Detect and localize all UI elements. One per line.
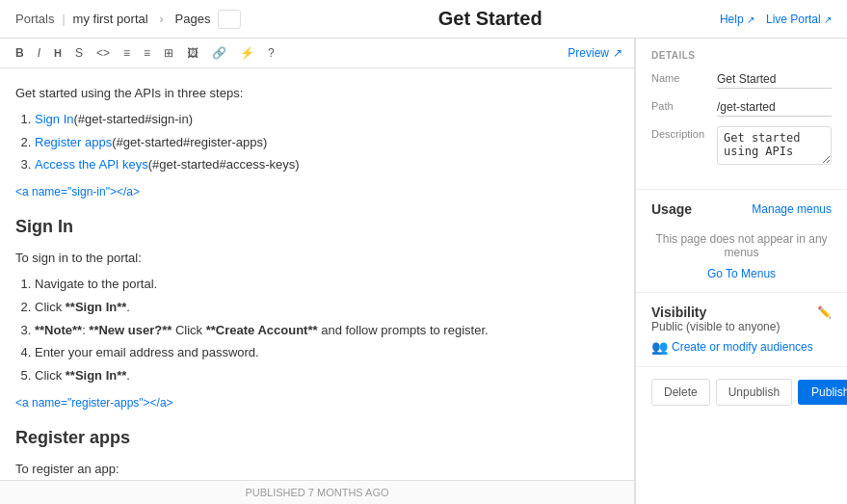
step-2-link[interactable]: Register apps [35,135,112,149]
steps-list: Sign In(#get-started#sign-in) Register a… [35,110,619,175]
portals-link[interactable]: Portals [15,12,54,26]
visibility-value: Public (visible to anyone) [651,320,832,333]
path-value [717,98,832,117]
toolbar-buttons: B I H S <> ≡ ≡ ⊞ 🖼 🔗 ⚡ ? [12,44,278,62]
usage-section: Usage Manage menus This page does not ap… [636,190,847,293]
signin-intro: To sign in to the portal: [15,249,619,269]
preview-label: Preview [568,46,609,60]
usage-info: This page does not appear in any menus [651,225,832,267]
visibility-row: Visibility ✏️ [651,305,832,320]
signin-heading: Sign In [15,213,619,241]
external-icon: ↗ [747,14,754,25]
breadcrumb-arrow: › [160,13,164,26]
details-section: DETAILS Name Path Description Get starte… [636,39,847,190]
help-button[interactable]: ? [264,44,278,62]
table-button[interactable]: ⊞ [160,44,177,62]
name-field-row: Name [651,70,832,89]
step-1-link[interactable]: Sign In [35,112,73,126]
help-link[interactable]: Help ↗ [720,13,754,26]
step-3: Access the API keys(#get-started#access-… [35,155,619,175]
audience-link[interactable]: 👥 Create or modify audiences [651,339,832,355]
italic-button[interactable]: I [34,44,44,62]
description-textarea[interactable]: Get started using APIs [717,126,832,165]
top-nav: Portals | my first portal › Pages Get St… [0,0,847,39]
main-layout: B I H S <> ≡ ≡ ⊞ 🖼 🔗 ⚡ ? Preview ↗ Get s… [0,39,847,504]
preview-icon: ↗ [613,46,622,60]
action-buttons: Delete Unpublish Publish [636,367,847,417]
ul-button[interactable]: ≡ [119,44,134,62]
name-value [717,70,832,89]
audience-icon: 👥 [651,339,668,355]
publish-button[interactable]: Publish [798,380,847,405]
published-bar: PUBLISHED 7 MONTHS AGO [0,480,634,504]
step-1: Sign In(#get-started#sign-in) [35,110,619,130]
path-input[interactable] [717,98,832,117]
live-portal-link[interactable]: Live Portal ↗ [766,13,832,26]
visibility-title: Visibility [651,305,706,320]
editor-panel: B I H S <> ≡ ≡ ⊞ 🖼 🔗 ⚡ ? Preview ↗ Get s… [0,39,635,504]
path-field-row: Path [651,98,832,117]
delete-button[interactable]: Delete [651,379,710,406]
intro-text: Get started using the APIs in three step… [15,84,619,104]
preview-button[interactable]: Preview ↗ [568,46,622,60]
unpublish-button[interactable]: Unpublish [716,379,792,406]
signin-steps: Navigate to the portal. Click **Sign In*… [35,275,619,386]
edit-icon[interactable]: ✏️ [817,305,832,319]
editor-toolbar: B I H S <> ≡ ≡ ⊞ 🖼 🔗 ⚡ ? Preview ↗ [0,39,634,68]
usage-title: Usage [651,201,692,217]
step-3-link[interactable]: Access the API keys [35,157,148,172]
breadcrumb: Portals | my first portal › Pages [15,10,241,29]
signin-step-1: Navigate to the portal. [35,275,619,295]
ol-button[interactable]: ≡ [140,44,154,62]
usage-header: Usage Manage menus [651,201,832,217]
page-title: Get Started [419,8,543,30]
nav-separator: | [62,13,65,26]
details-panel: DETAILS Name Path Description Get starte… [635,39,847,504]
link-button[interactable]: 🔗 [208,44,230,62]
heading-button[interactable]: H [50,45,66,61]
pages-label: Pages [175,12,211,26]
name-label: Name [651,70,709,84]
editor-content[interactable]: Get started using the APIs in three step… [0,68,634,480]
signin-step-4: Enter your email address and password. [35,343,619,363]
bold-button[interactable]: B [12,44,28,62]
signin-step-3: **Note**: **New user?** Click **Create A… [35,321,619,341]
signin-step-2: Click **Sign In**. [35,298,619,318]
description-field-row: Description Get started using APIs [651,126,832,168]
name-input[interactable] [717,70,832,89]
strikethrough-button[interactable]: S [71,44,87,62]
external-icon2: ↗ [824,14,832,25]
image-button[interactable]: 🖼 [183,44,202,62]
signin-step-5: Click **Sign In**. [35,366,619,386]
anchor-register: <a name="register-apps"></a> [15,394,619,412]
description-value: Get started using APIs [717,126,832,168]
path-label: Path [651,98,709,112]
go-to-menus-link[interactable]: Go To Menus [651,267,832,280]
register-intro: To register an app: [15,460,619,480]
special-button[interactable]: ⚡ [236,44,258,62]
pages-dropdown[interactable] [218,10,241,29]
portal-name: my first portal [73,12,148,26]
audience-link-text: Create or modify audiences [672,340,813,354]
manage-menus-link[interactable]: Manage menus [752,202,832,216]
step-2: Register apps(#get-started#register-apps… [35,133,619,153]
visibility-section: Visibility ✏️ Public (visible to anyone)… [636,293,847,367]
top-nav-right: Help ↗ Live Portal ↗ [720,13,832,26]
register-heading: Register apps [15,424,619,452]
code-button[interactable]: <> [93,44,114,62]
anchor-sign-in: <a name="sign-in"></a> [15,183,619,201]
description-label: Description [651,126,709,140]
details-section-title: DETAILS [651,50,832,61]
